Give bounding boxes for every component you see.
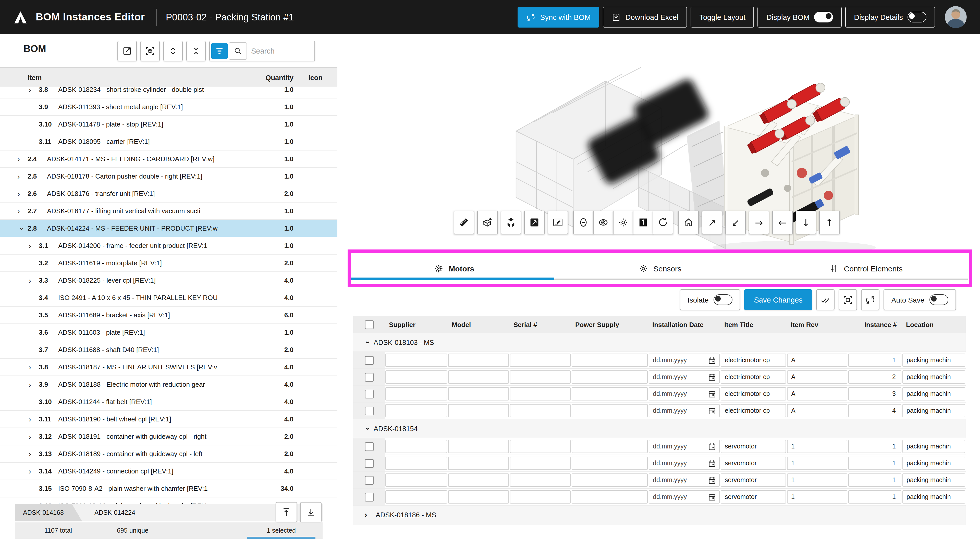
view-up-right-icon[interactable]: ↗ xyxy=(702,211,722,234)
row-checkbox[interactable] xyxy=(365,492,373,501)
chevron-right-icon[interactable]: › xyxy=(29,363,39,372)
location-field[interactable]: packing machin xyxy=(902,370,965,384)
chevron-down-icon[interactable]: › xyxy=(18,224,27,234)
model-field[interactable] xyxy=(448,473,509,487)
item-title-field[interactable]: servomotor xyxy=(721,473,786,487)
measure-icon[interactable] xyxy=(454,211,474,234)
model-field[interactable] xyxy=(448,370,509,384)
item-title-field[interactable]: electricmotor cp xyxy=(721,404,786,417)
serial-field[interactable] xyxy=(510,404,571,417)
bom-tree-row[interactable]: 3.5ADSK-011689 - bracket - axis [REV:1]6… xyxy=(0,306,337,324)
search-input[interactable] xyxy=(248,47,314,55)
view-down-left-icon[interactable]: ↙ xyxy=(725,211,746,234)
row-checkbox[interactable] xyxy=(365,459,373,468)
bom-tree-row[interactable]: 3.4ISO 2491 - A 10 x 6 x 45 - THIN PARAL… xyxy=(0,289,337,306)
item-rev-field[interactable]: 1 xyxy=(787,473,847,487)
bom-tree-row[interactable]: ›3.13ADSK-018189 - container with guidew… xyxy=(0,445,337,463)
installation-date-field[interactable]: dd.mm.yyyy xyxy=(649,473,720,487)
chevron-down-icon[interactable]: › xyxy=(363,337,372,348)
item-title-field[interactable]: electricmotor cp xyxy=(721,354,786,367)
home-icon[interactable] xyxy=(678,211,699,234)
bom-tree-row[interactable]: ›3.8ADSK-018187 - MS - LINEAR UNIT SWIVE… xyxy=(0,359,337,376)
auto-save-toggle[interactable] xyxy=(929,294,948,305)
bom-tree-row[interactable]: 3.9ADSK-011393 - sheet metal angle [REV:… xyxy=(0,98,337,116)
item-title-field[interactable]: servomotor xyxy=(721,440,786,453)
bom-tree-row[interactable]: ›2.8ADSK-014224 - MS - FEEDER UNIT - PRO… xyxy=(0,220,337,237)
supplier-field[interactable] xyxy=(385,490,447,503)
bom-tree-row[interactable]: 3.15ISO 7090-8-A2 - plain washer with ch… xyxy=(0,480,337,497)
projection-icon[interactable] xyxy=(524,211,545,234)
bom-tree-row[interactable]: ›2.4ADSK-014171 - MS - FEEDING - CARDBOA… xyxy=(0,151,337,168)
power-supply-field[interactable] xyxy=(572,490,648,503)
installation-date-field[interactable]: dd.mm.yyyy xyxy=(649,387,720,400)
instance-group-header[interactable]: ›ADSK-018103 - MS xyxy=(353,333,966,352)
installation-date-field[interactable]: dd.mm.yyyy xyxy=(649,440,720,453)
location-field[interactable]: packing machin xyxy=(902,457,965,470)
item-title-field[interactable]: electricmotor cp xyxy=(721,370,786,384)
turntable-icon[interactable] xyxy=(653,211,673,234)
bom-tree-row[interactable]: ›3.9ADSK-018188 - Electric motor with re… xyxy=(0,376,337,393)
item-title-field[interactable]: servomotor xyxy=(721,490,786,503)
serial-field[interactable] xyxy=(510,490,571,503)
bom-tree-row[interactable]: 3.6ADSK-011603 - plate [REV:1]1.0 xyxy=(0,324,337,341)
chevron-right-icon[interactable]: › xyxy=(18,155,27,163)
chevron-right-icon[interactable]: › xyxy=(29,432,39,441)
installation-date-field[interactable]: dd.mm.yyyy xyxy=(649,370,720,384)
scroll-to-top-icon[interactable] xyxy=(275,502,297,522)
download-excel-button[interactable]: Download Excel xyxy=(603,6,687,27)
save-changes-button[interactable]: Save Changes xyxy=(745,289,812,310)
location-field[interactable]: packing machin xyxy=(902,354,965,367)
chevron-right-icon[interactable]: › xyxy=(29,467,39,475)
isolate-toggle-button[interactable]: Isolate xyxy=(680,289,740,310)
view-down-icon[interactable]: ↓ xyxy=(796,211,816,234)
supplier-field[interactable] xyxy=(385,354,447,367)
location-field[interactable]: packing machin xyxy=(902,440,965,453)
chevron-right-icon[interactable]: › xyxy=(18,172,27,181)
chevron-right-icon[interactable]: › xyxy=(18,189,27,198)
display-bom-toggle[interactable] xyxy=(814,12,833,22)
row-checkbox[interactable] xyxy=(365,373,373,381)
row-checkbox[interactable] xyxy=(365,476,373,484)
power-supply-field[interactable] xyxy=(572,457,648,470)
instance-number-field[interactable]: 1 xyxy=(848,457,901,470)
chevron-right-icon[interactable]: › xyxy=(29,380,39,389)
instance-number-field[interactable]: 1 xyxy=(848,440,901,453)
filter-icon[interactable] xyxy=(211,43,228,59)
model-field[interactable] xyxy=(448,457,509,470)
chevron-right-icon[interactable]: › xyxy=(29,449,39,458)
item-rev-field[interactable]: A xyxy=(787,370,847,384)
instance-number-field[interactable]: 1 xyxy=(848,490,901,503)
bom-tree-row[interactable]: ›2.7ADSK-018177 - lifting unit vertical … xyxy=(0,203,337,220)
bom-tree-row[interactable]: 3.10ADSK-011244 - flat belt [REV:1]4.0 xyxy=(0,393,337,411)
chevron-right-icon[interactable]: › xyxy=(29,415,39,424)
breadcrumb-tab[interactable]: ADSK-014168 xyxy=(15,504,82,521)
model-field[interactable] xyxy=(448,440,509,453)
supplier-field[interactable] xyxy=(385,473,447,487)
power-supply-field[interactable] xyxy=(572,440,648,453)
bom-tree-row[interactable]: 3.10ADSK-011478 - plate - stop [REV:1]1.… xyxy=(0,116,337,133)
power-supply-field[interactable] xyxy=(572,404,648,417)
focus-selection-icon[interactable] xyxy=(140,41,160,61)
instance-number-field[interactable]: 4 xyxy=(848,404,901,417)
section-icon[interactable] xyxy=(501,211,521,234)
item-rev-field[interactable]: 1 xyxy=(787,457,847,470)
location-field[interactable]: packing machin xyxy=(902,387,965,400)
view-right-icon[interactable]: → xyxy=(749,211,769,234)
power-supply-field[interactable] xyxy=(572,370,648,384)
chevron-right-icon[interactable]: › xyxy=(29,87,39,94)
supplier-field[interactable] xyxy=(385,440,447,453)
view-up-icon[interactable]: ↑ xyxy=(819,211,840,234)
sync-with-bom-button[interactable]: Sync with BOM xyxy=(517,6,599,27)
model-field[interactable] xyxy=(448,490,509,503)
serial-field[interactable] xyxy=(510,473,571,487)
model-field[interactable] xyxy=(448,354,509,367)
markup-icon[interactable] xyxy=(548,211,568,234)
model-field[interactable] xyxy=(448,387,509,400)
collapse-all-icon[interactable] xyxy=(186,41,206,61)
chevron-right-icon[interactable]: › xyxy=(364,510,375,519)
fit-selection-icon[interactable] xyxy=(839,289,857,310)
sync-icon[interactable] xyxy=(861,289,880,310)
user-avatar[interactable] xyxy=(945,6,967,28)
supplier-field[interactable] xyxy=(385,370,447,384)
selected-count[interactable]: 1 selected xyxy=(247,522,315,539)
